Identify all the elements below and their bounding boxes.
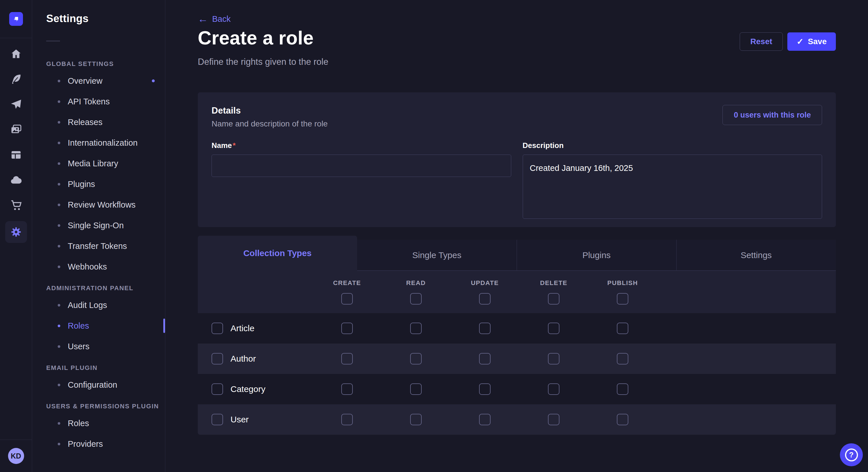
name-input[interactable] xyxy=(212,155,511,177)
sidebar-item-label: Roles xyxy=(68,321,89,331)
sidebar-item[interactable]: Audit Logs xyxy=(32,295,165,315)
question-mark-icon: ? xyxy=(845,448,858,461)
permission-checkbox-create[interactable] xyxy=(341,414,353,425)
sidebar-item[interactable]: Review Workflows xyxy=(32,194,165,215)
settings-gear-icon[interactable] xyxy=(5,221,27,243)
sidebar-item[interactable]: Webhooks xyxy=(32,256,165,277)
media-library-icon[interactable] xyxy=(10,124,22,136)
permission-checkbox-read[interactable] xyxy=(410,323,422,334)
home-icon[interactable] xyxy=(10,48,22,60)
sidebar-item[interactable]: Releases xyxy=(32,112,165,133)
select-row-checkbox[interactable] xyxy=(212,414,223,425)
section-users-permissions-plugin: USERS & PERMISSIONS PLUGIN Roles Provide… xyxy=(32,403,165,454)
sidebar-item[interactable]: Single Sign-On xyxy=(32,215,165,236)
row-permission-cells xyxy=(313,313,657,343)
sidebar-item-label: Providers xyxy=(68,439,103,449)
sidebar-item[interactable]: API Tokens xyxy=(32,91,165,112)
workspace-logo-section xyxy=(0,0,32,38)
sidebar-item[interactable]: Overview xyxy=(32,71,165,91)
permission-checkbox-create[interactable] xyxy=(341,353,353,365)
sidebar-item[interactable]: Plugins xyxy=(32,174,165,194)
permission-checkbox-read[interactable] xyxy=(410,353,422,365)
page-subtitle: Define the rights given to the role xyxy=(198,57,329,67)
sidebar-item[interactable]: Configuration xyxy=(32,374,165,395)
permission-checkbox-publish[interactable] xyxy=(617,353,628,365)
permission-checkbox-delete[interactable] xyxy=(548,323,559,334)
sidebar-item-label: Review Workflows xyxy=(68,200,135,210)
avatar[interactable]: KD xyxy=(8,448,24,464)
sidebar-item[interactable]: Roles xyxy=(32,315,165,336)
help-button[interactable]: ? xyxy=(840,443,863,466)
permission-checkbox-delete[interactable] xyxy=(548,353,559,365)
column-header-label: PUBLISH xyxy=(608,279,638,287)
sidebar-item[interactable]: Roles xyxy=(32,413,165,434)
select-all-column-checkbox[interactable] xyxy=(341,293,353,305)
bullet-icon xyxy=(58,80,60,82)
sidebar-item-label: Transfer Tokens xyxy=(68,241,127,251)
check-icon: ✓ xyxy=(797,38,803,46)
name-label: Name* xyxy=(212,141,511,150)
sidebar-item[interactable]: Transfer Tokens xyxy=(32,236,165,256)
description-textarea[interactable]: Created January 16th, 2025 xyxy=(523,155,823,219)
permissions-rows: Article Author xyxy=(198,313,836,435)
select-all-column-checkbox[interactable] xyxy=(410,293,422,305)
tab[interactable]: Plugins xyxy=(517,240,676,271)
permission-checkbox-create[interactable] xyxy=(341,323,353,334)
page-title: Create a role xyxy=(198,27,314,49)
permission-checkbox-update[interactable] xyxy=(479,353,491,365)
permissions-region: Collection Types Single Types Plugins Se… xyxy=(198,236,836,435)
permission-checkbox-create[interactable] xyxy=(341,383,353,395)
column-header-label: UPDATE xyxy=(471,279,499,287)
column-header-label: DELETE xyxy=(540,279,567,287)
select-all-column-checkbox[interactable] xyxy=(548,293,559,305)
tab[interactable]: Settings xyxy=(676,240,836,271)
permission-checkbox-publish[interactable] xyxy=(617,414,628,425)
marketplace-cart-icon[interactable] xyxy=(10,199,22,211)
permission-checkbox-update[interactable] xyxy=(479,323,491,334)
select-row-checkbox[interactable] xyxy=(212,353,223,365)
strapi-logo[interactable] xyxy=(9,12,23,26)
sidebar-item[interactable]: Internationalization xyxy=(32,133,165,153)
bullet-icon xyxy=(58,204,60,206)
permission-row: User xyxy=(198,404,836,435)
select-all-column-checkbox[interactable] xyxy=(617,293,628,305)
column-header-cell: READ xyxy=(381,271,451,313)
permission-checkbox-read[interactable] xyxy=(410,383,422,395)
content-type-label: Article xyxy=(230,324,254,333)
save-button[interactable]: ✓ Save xyxy=(787,32,836,51)
tab[interactable]: Collection Types xyxy=(198,236,357,271)
bullet-icon xyxy=(58,304,60,307)
sidebar-item[interactable]: Media Library xyxy=(32,153,165,174)
permission-checkbox-update[interactable] xyxy=(479,383,491,395)
notification-dot xyxy=(152,79,155,82)
tab[interactable]: Single Types xyxy=(357,240,516,271)
permission-checkbox-publish[interactable] xyxy=(617,323,628,334)
content-type-builder-icon[interactable] xyxy=(10,149,22,161)
rail-icon-list xyxy=(5,48,27,243)
bullet-icon xyxy=(58,422,60,425)
section-email-plugin: EMAIL PLUGIN Configuration xyxy=(32,364,165,395)
permission-checkbox-publish[interactable] xyxy=(617,383,628,395)
permission-checkbox-delete[interactable] xyxy=(548,414,559,425)
permission-checkbox-delete[interactable] xyxy=(548,383,559,395)
select-all-column-checkbox[interactable] xyxy=(479,293,491,305)
section-items: Configuration xyxy=(32,374,165,395)
sidebar-item[interactable]: Users xyxy=(32,336,165,357)
permission-checkbox-read[interactable] xyxy=(410,414,422,425)
bullet-icon xyxy=(58,345,60,348)
back-link[interactable]: ← Back xyxy=(198,14,230,24)
select-row-checkbox[interactable] xyxy=(212,323,223,334)
users-with-role-button[interactable]: 0 users with this role xyxy=(722,105,822,125)
bullet-icon xyxy=(58,266,60,268)
reset-button[interactable]: Reset xyxy=(740,32,783,51)
details-card: Details Name and description of the role… xyxy=(198,92,836,227)
select-row-checkbox[interactable] xyxy=(212,383,223,395)
release-plane-icon[interactable] xyxy=(10,98,22,110)
content-feather-icon[interactable] xyxy=(10,73,22,85)
cloud-icon[interactable] xyxy=(10,174,22,186)
details-subtitle: Name and description of the role xyxy=(212,119,328,129)
back-label: Back xyxy=(212,14,230,24)
permission-checkbox-update[interactable] xyxy=(479,414,491,425)
sidebar-item[interactable]: Providers xyxy=(32,434,165,454)
column-header-cell: CREATE xyxy=(313,271,381,313)
